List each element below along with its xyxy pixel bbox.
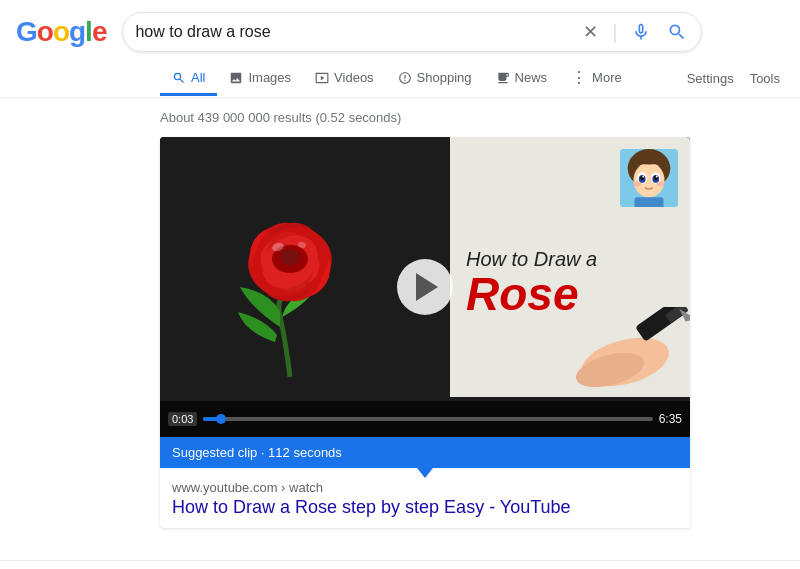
tab-news-label: News	[515, 70, 548, 85]
clear-button[interactable]: ✕	[581, 19, 600, 45]
google-logo: Google	[16, 16, 106, 48]
play-button[interactable]	[397, 259, 453, 315]
tab-images-label: Images	[248, 70, 291, 85]
search-input[interactable]	[135, 23, 581, 41]
svg-point-9	[280, 249, 300, 265]
tab-shopping[interactable]: Shopping	[386, 62, 484, 96]
svg-point-22	[656, 176, 658, 178]
tab-more-label: More	[592, 70, 622, 85]
search-tab-icon	[172, 71, 186, 85]
svg-point-21	[642, 176, 644, 178]
result-url-text: www.youtube.com › watch	[172, 480, 323, 495]
nav-tabs: All Images Videos Shopping News ⋮ More S…	[0, 52, 800, 98]
video-player[interactable]: How to Draw a Rose	[160, 137, 690, 437]
hand-marker	[535, 307, 690, 387]
tab-shopping-label: Shopping	[417, 70, 472, 85]
tab-more[interactable]: ⋮ More	[559, 60, 634, 98]
svg-point-23	[634, 181, 642, 186]
video-controls[interactable]: 0:03 6:35	[160, 401, 690, 437]
tab-all-label: All	[191, 70, 205, 85]
rose-illustration	[175, 147, 405, 397]
search-icon	[667, 22, 687, 42]
images-tab-icon	[229, 71, 243, 85]
search-icon-group: ✕ |	[581, 19, 689, 45]
more-dots-icon: ⋮	[571, 68, 587, 87]
video-card: How to Draw a Rose	[160, 137, 690, 528]
voice-search-button[interactable]	[629, 20, 653, 44]
search-bar: ✕ |	[122, 12, 702, 52]
channel-avatar	[620, 149, 678, 207]
search-submit-button[interactable]	[665, 20, 689, 44]
result-url: www.youtube.com › watch	[172, 480, 678, 495]
page-footer: ? About Featured Snippets ⚑ Feedback	[0, 560, 800, 569]
results-count: About 439 000 000 results (0.52 seconds)	[160, 110, 800, 125]
tab-videos[interactable]: Videos	[303, 62, 386, 96]
shopping-tab-icon	[398, 71, 412, 85]
clip-pointer	[417, 468, 433, 478]
divider: |	[612, 21, 617, 44]
play-icon	[416, 273, 438, 301]
current-time: 0:03	[168, 412, 197, 426]
tab-news[interactable]: News	[484, 62, 560, 96]
result-title-link[interactable]: How to Draw a Rose step by step Easy - Y…	[172, 497, 571, 517]
news-tab-icon	[496, 71, 510, 85]
clear-icon: ✕	[583, 21, 598, 43]
video-duration: 6:35	[659, 412, 682, 426]
tools-link[interactable]: Tools	[746, 63, 784, 94]
progress-bar[interactable]	[203, 417, 652, 421]
tab-videos-label: Videos	[334, 70, 374, 85]
svg-point-24	[657, 181, 665, 186]
suggested-clip-bar: Suggested clip · 112 seconds	[160, 437, 690, 468]
settings-link[interactable]: Settings	[683, 63, 738, 94]
suggested-clip-text: Suggested clip · 112 seconds	[172, 445, 342, 460]
header: Google ✕ |	[0, 0, 800, 52]
svg-rect-25	[635, 197, 664, 207]
tab-images[interactable]: Images	[217, 62, 303, 96]
video-text-area: How to Draw a Rose	[450, 137, 690, 397]
nav-right: Settings Tools	[683, 63, 800, 94]
videos-tab-icon	[315, 71, 329, 85]
mic-icon	[631, 22, 651, 42]
progress-thumb	[216, 414, 226, 424]
results-area: About 439 000 000 results (0.52 seconds)	[0, 98, 800, 540]
tab-all[interactable]: All	[160, 62, 217, 96]
